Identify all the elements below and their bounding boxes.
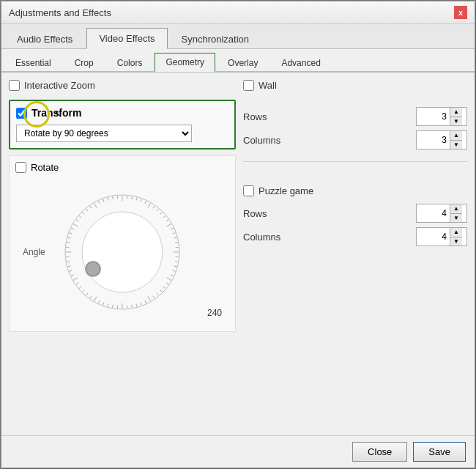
svg-line-4 [136,198,137,201]
tab-audio-effects[interactable]: Audio Effects [4,28,85,49]
tab-video-effects[interactable]: Video Effects [86,28,167,49]
tab-synchronization[interactable]: Synchronization [169,28,262,49]
subtab-geometry[interactable]: Geometry [155,53,215,72]
svg-line-43 [94,297,97,301]
svg-line-29 [157,293,159,295]
svg-line-10 [160,213,163,215]
svg-line-34 [136,304,137,307]
columns-spin-buttons: ▲ ▼ [450,131,462,149]
svg-line-21 [175,262,178,262]
svg-line-53 [67,262,70,262]
svg-line-5 [141,199,141,202]
rows-label: Rows [243,111,287,122]
svg-line-47 [79,287,81,289]
svg-line-30 [153,296,155,298]
rows-spin-buttons: ▲ ▼ [450,108,462,125]
puzzle-section: Puzzle game Rows ▲ ▼ [243,185,467,246]
sub-tab-bar: Essential Crop Colors Geometry Overlay A… [1,49,475,73]
subtab-colors[interactable]: Colors [106,53,154,72]
subtab-overlay[interactable]: Overlay [217,53,269,72]
svg-line-35 [132,305,133,308]
rows-spinbox[interactable]: ▲ ▼ [416,107,467,126]
puzzle-columns-spinbox[interactable]: ▲ ▼ [416,227,467,246]
svg-line-24 [171,275,174,276]
svg-line-58 [68,237,71,238]
rotate-checkbox[interactable] [15,162,26,173]
interactive-zoom-checkbox[interactable] [9,80,20,91]
subtab-essential[interactable]: Essential [4,53,62,72]
svg-line-67 [94,203,97,207]
save-button[interactable]: Save [413,442,466,462]
svg-line-48 [76,283,78,284]
angle-value: 240 [207,308,222,318]
dial-container: Angle /* ticks rendered below */ [15,179,229,325]
svg-line-15 [173,233,176,234]
rows-spin-down[interactable]: ▼ [450,117,462,125]
svg-line-22 [174,266,177,267]
main-tab-bar: Audio Effects Video Effects Synchronizat… [1,24,475,49]
svg-line-62 [76,220,78,221]
svg-line-57 [67,243,70,243]
interactive-zoom-row: Interactive Zoom [9,80,236,91]
rows-field-row: Rows ▲ ▼ [243,107,467,126]
angle-dial[interactable]: /* ticks rendered below */ [56,186,188,318]
transform-checkbox[interactable] [16,108,27,119]
columns-spin-up[interactable]: ▲ [450,131,462,140]
subtab-crop[interactable]: Crop [64,53,105,72]
svg-line-66 [90,206,92,208]
transform-dropdown-row: Rotate by 90 degrees Rotate by 180 degre… [16,125,228,142]
svg-line-3 [132,196,133,199]
close-title-button[interactable]: x [454,6,467,19]
dialog-title: Adjustments and Effects [9,7,111,18]
svg-line-52 [68,266,71,267]
puzzle-columns-spin-buttons: ▲ ▼ [450,228,462,245]
angle-label: Angle [23,247,45,257]
puzzle-checkbox[interactable] [243,185,254,196]
columns-spin-down[interactable]: ▼ [450,140,462,149]
puzzle-rows-input[interactable] [417,204,450,222]
transform-dropdown[interactable]: Rotate by 90 degrees Rotate by 180 degre… [16,125,192,142]
svg-line-14 [171,228,174,229]
svg-line-32 [145,300,146,303]
columns-spinbox[interactable]: ▲ ▼ [416,130,467,149]
puzzle-rows-spin-up[interactable]: ▲ [450,204,462,213]
puzzle-rows-spinbox[interactable]: ▲ ▼ [416,204,467,223]
divider-1 [243,161,467,162]
svg-line-46 [83,290,85,292]
close-button[interactable]: Close [352,442,407,462]
rows-input[interactable] [417,108,450,125]
left-panel: Interactive Zoom Transform ↖ Rotate by 9… [9,80,236,428]
wall-rows-cols: Rows ▲ ▼ Columns ▲ [243,107,467,149]
svg-line-40 [108,304,108,307]
puzzle-columns-spin-up[interactable]: ▲ [450,228,462,237]
puzzle-columns-input[interactable] [417,228,450,245]
svg-line-25 [167,278,171,281]
svg-line-44 [90,296,92,298]
columns-label: Columns [243,135,287,146]
transform-box: Transform ↖ Rotate by 90 degrees Rotate … [9,100,236,149]
adjustments-dialog: Adjustments and Effects x Audio Effects … [1,1,475,468]
svg-line-31 [148,297,151,301]
columns-input[interactable] [417,131,450,149]
svg-line-70 [108,198,108,201]
svg-line-26 [166,283,168,284]
subtab-advanced[interactable]: Advanced [270,53,331,72]
svg-line-63 [79,216,81,218]
svg-point-73 [82,212,163,292]
svg-line-9 [157,209,159,211]
svg-line-16 [174,237,177,238]
svg-line-68 [98,201,100,204]
puzzle-rows-spin-down[interactable]: ▼ [450,213,462,222]
svg-line-13 [167,224,171,227]
svg-line-50 [71,275,74,276]
svg-line-71 [113,196,114,199]
svg-line-64 [83,213,85,215]
puzzle-columns-spin-down[interactable]: ▼ [450,237,462,245]
columns-field-row: Columns ▲ ▼ [243,130,467,149]
svg-line-59 [70,233,72,234]
interactive-zoom-label: Interactive Zoom [24,80,95,91]
rows-spin-up[interactable]: ▲ [450,108,462,117]
wall-checkbox[interactable] [243,80,254,91]
svg-line-42 [98,300,100,303]
title-bar: Adjustments and Effects x [1,1,475,24]
